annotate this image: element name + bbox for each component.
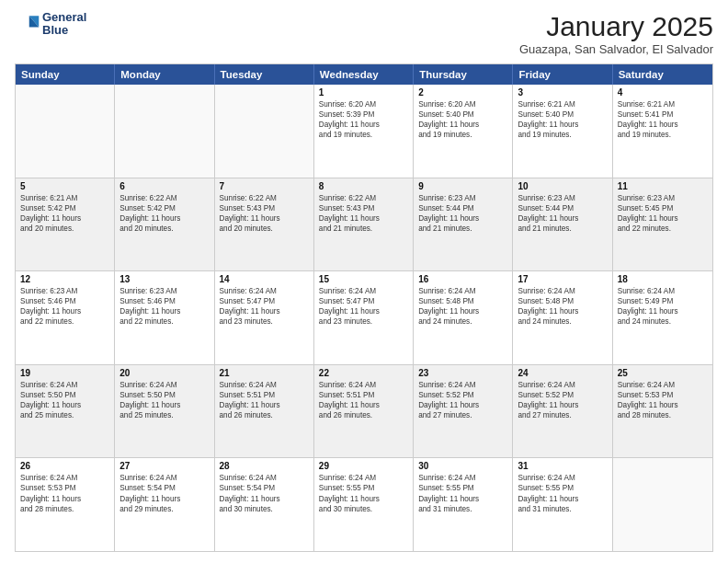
day-number: 7 <box>220 181 309 191</box>
cell-line: Daylight: 11 hours <box>518 400 607 410</box>
weekday-header-monday: Monday <box>115 64 214 85</box>
calendar-cell-2-4: 16Sunrise: 6:24 AMSunset: 5:48 PMDayligh… <box>414 271 513 364</box>
cell-line: and 22 minutes. <box>618 224 708 234</box>
cell-line: and 22 minutes. <box>119 316 209 327</box>
cell-line: Sunrise: 6:24 AM <box>618 286 708 296</box>
day-number: 12 <box>20 274 109 284</box>
cell-line: Sunrise: 6:22 AM <box>119 193 209 203</box>
calendar-cell-3-4: 23Sunrise: 6:24 AMSunset: 5:52 PMDayligh… <box>414 365 513 458</box>
calendar-cell-1-3: 8Sunrise: 6:22 AMSunset: 5:43 PMDaylight… <box>314 178 414 271</box>
cell-line: Daylight: 11 hours <box>119 306 209 316</box>
cell-line: Sunrise: 6:24 AM <box>618 380 708 390</box>
cell-line: Sunset: 5:51 PM <box>319 390 408 400</box>
cell-line: Sunrise: 6:24 AM <box>518 380 607 390</box>
cell-line: Sunrise: 6:23 AM <box>119 286 209 296</box>
cell-line: Sunset: 5:48 PM <box>518 296 607 306</box>
cell-line: Sunrise: 6:23 AM <box>20 286 109 296</box>
cell-line: Sunrise: 6:24 AM <box>220 286 309 296</box>
cell-line: Sunset: 5:39 PM <box>319 109 408 120</box>
cell-line: Sunset: 5:48 PM <box>418 296 507 306</box>
cell-line: Sunrise: 6:24 AM <box>220 473 309 483</box>
cell-line: and 22 minutes. <box>20 316 109 327</box>
cell-line: and 25 minutes. <box>119 410 209 420</box>
day-number: 4 <box>618 87 708 98</box>
cell-line: and 24 minutes. <box>518 316 607 327</box>
weekday-header-tuesday: Tuesday <box>215 64 314 85</box>
cell-line: and 21 minutes. <box>319 224 408 234</box>
cell-line: Sunrise: 6:24 AM <box>518 473 607 483</box>
day-number: 16 <box>418 274 507 284</box>
cell-line: and 27 minutes. <box>518 410 607 420</box>
day-number: 3 <box>518 87 607 98</box>
cell-line: Sunrise: 6:24 AM <box>319 380 408 390</box>
cell-line: Daylight: 11 hours <box>319 400 408 410</box>
cell-line: Sunset: 5:40 PM <box>518 109 607 120</box>
calendar-row-1: 5Sunrise: 6:21 AMSunset: 5:42 PMDaylight… <box>16 178 712 271</box>
cell-line: Sunset: 5:51 PM <box>220 390 309 400</box>
calendar-cell-0-5: 3Sunrise: 6:21 AMSunset: 5:40 PMDaylight… <box>513 85 612 178</box>
cell-line: Daylight: 11 hours <box>319 494 408 504</box>
cell-line: and 31 minutes. <box>518 504 607 514</box>
logo: General Blue <box>15 11 86 38</box>
day-number: 21 <box>220 368 309 378</box>
cell-line: Daylight: 11 hours <box>220 400 309 410</box>
cell-line: Sunrise: 6:24 AM <box>418 380 507 390</box>
cell-line: Sunrise: 6:21 AM <box>518 99 607 109</box>
calendar-cell-2-6: 18Sunrise: 6:24 AMSunset: 5:49 PMDayligh… <box>613 271 712 364</box>
cell-line: Daylight: 11 hours <box>618 306 708 316</box>
cell-line: Sunset: 5:53 PM <box>618 390 708 400</box>
calendar-cell-4-6 <box>613 458 712 551</box>
cell-line: and 30 minutes. <box>319 504 408 514</box>
calendar-row-2: 12Sunrise: 6:23 AMSunset: 5:46 PMDayligh… <box>16 270 712 364</box>
calendar-cell-2-2: 14Sunrise: 6:24 AMSunset: 5:47 PMDayligh… <box>215 271 314 364</box>
calendar-cell-0-0 <box>16 85 115 178</box>
cell-line: Daylight: 11 hours <box>220 306 309 316</box>
cell-line: Sunrise: 6:23 AM <box>418 193 507 203</box>
cell-line: Sunset: 5:46 PM <box>20 296 109 306</box>
logo-icon <box>15 11 40 37</box>
cell-line: Sunset: 5:50 PM <box>119 390 209 400</box>
page: General Blue January 2025 Guazapa, San S… <box>0 0 728 563</box>
calendar-cell-4-4: 30Sunrise: 6:24 AMSunset: 5:55 PMDayligh… <box>414 458 513 551</box>
logo-line1: General <box>42 11 86 24</box>
cell-line: and 28 minutes. <box>20 504 109 514</box>
cell-line: Sunset: 5:52 PM <box>518 390 607 400</box>
cell-line: Daylight: 11 hours <box>319 213 408 224</box>
logo-text: General Blue <box>42 11 86 38</box>
cell-line: Sunset: 5:40 PM <box>418 109 507 120</box>
calendar-cell-0-3: 1Sunrise: 6:20 AMSunset: 5:39 PMDaylight… <box>314 85 414 178</box>
cell-line: Daylight: 11 hours <box>418 306 507 316</box>
calendar-header: SundayMondayTuesdayWednesdayThursdayFrid… <box>16 64 712 85</box>
calendar-cell-2-1: 13Sunrise: 6:23 AMSunset: 5:46 PMDayligh… <box>115 271 214 364</box>
day-number: 15 <box>319 274 408 284</box>
calendar-cell-2-5: 17Sunrise: 6:24 AMSunset: 5:48 PMDayligh… <box>513 271 612 364</box>
cell-line: and 24 minutes. <box>618 316 708 327</box>
cell-line: and 23 minutes. <box>220 316 309 327</box>
calendar-body: 1Sunrise: 6:20 AMSunset: 5:39 PMDaylight… <box>16 85 712 551</box>
cell-line: and 28 minutes. <box>618 410 708 420</box>
cell-line: Sunset: 5:47 PM <box>319 296 408 306</box>
cell-line: Daylight: 11 hours <box>518 494 607 504</box>
cell-line: and 31 minutes. <box>418 504 507 514</box>
calendar-cell-4-3: 29Sunrise: 6:24 AMSunset: 5:55 PMDayligh… <box>314 458 414 551</box>
cell-line: Sunrise: 6:24 AM <box>319 286 408 296</box>
day-number: 2 <box>418 87 507 98</box>
day-number: 23 <box>418 368 507 378</box>
calendar-cell-0-4: 2Sunrise: 6:20 AMSunset: 5:40 PMDaylight… <box>414 85 513 178</box>
cell-line: Sunrise: 6:24 AM <box>20 380 109 390</box>
cell-line: Sunset: 5:44 PM <box>518 203 607 213</box>
calendar-cell-0-6: 4Sunrise: 6:21 AMSunset: 5:41 PMDaylight… <box>613 85 712 178</box>
calendar-cell-0-2 <box>215 85 314 178</box>
calendar-cell-1-1: 6Sunrise: 6:22 AMSunset: 5:42 PMDaylight… <box>115 178 214 271</box>
title-block: January 2025 Guazapa, San Salvador, El S… <box>519 11 713 56</box>
cell-line: Sunrise: 6:20 AM <box>319 99 408 109</box>
day-number: 6 <box>119 181 209 191</box>
cell-line: Sunrise: 6:23 AM <box>618 193 708 203</box>
cell-line: Daylight: 11 hours <box>618 213 708 224</box>
day-number: 19 <box>20 368 109 378</box>
day-number: 20 <box>119 368 209 378</box>
day-number: 26 <box>20 461 109 471</box>
day-number: 28 <box>220 461 309 471</box>
cell-line: Sunrise: 6:20 AM <box>418 99 507 109</box>
calendar-cell-2-0: 12Sunrise: 6:23 AMSunset: 5:46 PMDayligh… <box>16 271 115 364</box>
